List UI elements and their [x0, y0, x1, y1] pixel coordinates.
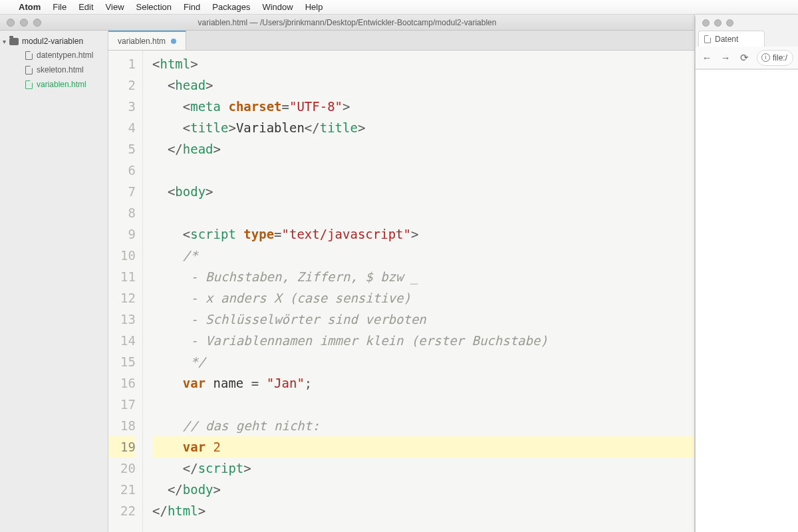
- code-line[interactable]: </html>: [152, 500, 694, 521]
- zoom-window-button[interactable]: [33, 19, 41, 27]
- tree-file-label: skeleton.html: [37, 65, 84, 74]
- code-line[interactable]: [152, 202, 694, 223]
- browser-window-controls: [696, 15, 798, 29]
- address-bar[interactable]: i file:/: [757, 50, 793, 66]
- editor-pane: variablen.htm 12345678910111213141516171…: [108, 31, 694, 532]
- tree-file-label: variablen.html: [37, 80, 86, 89]
- browser-close-button[interactable]: [702, 19, 710, 27]
- code-area[interactable]: <html> <head> <meta charset="UTF-8"> <ti…: [143, 51, 694, 532]
- menu-edit[interactable]: Edit: [78, 2, 93, 12]
- browser-tab[interactable]: Datent: [698, 31, 765, 47]
- code-line[interactable]: */: [152, 351, 694, 372]
- code-line[interactable]: - Schlüsselwörter sind verboten: [152, 309, 694, 330]
- tree-file-label: datentypen.html: [37, 51, 93, 60]
- back-button[interactable]: ←: [701, 52, 713, 63]
- menu-window[interactable]: Window: [262, 2, 293, 12]
- tab-modified-indicator-icon: [171, 39, 176, 44]
- tree-view[interactable]: ▾ modul2-variablen datentypen.htmlskelet…: [0, 31, 108, 532]
- code-line[interactable]: var name = "Jan";: [152, 372, 694, 394]
- folder-icon: [9, 38, 19, 45]
- code-line[interactable]: // das geht nicht:: [152, 415, 694, 436]
- line-number-gutter[interactable]: 12345678910111213141516171819202122: [108, 51, 143, 532]
- code-line[interactable]: </script>: [152, 458, 694, 479]
- document-icon: [704, 35, 711, 43]
- tree-file[interactable]: skeleton.html: [0, 63, 108, 77]
- tree-file[interactable]: variablen.html: [0, 77, 108, 92]
- code-line[interactable]: [152, 394, 694, 415]
- reload-button[interactable]: ⟳: [738, 52, 750, 64]
- browser-tab-label: Datent: [715, 35, 738, 44]
- mac-menubar[interactable]: Atom File Edit View Selection Find Packa…: [0, 0, 798, 15]
- code-line[interactable]: <html>: [152, 53, 694, 74]
- project-root[interactable]: ▾ modul2-variablen: [0, 35, 108, 48]
- code-line[interactable]: </head>: [152, 138, 694, 160]
- tree-file[interactable]: datentypen.html: [0, 48, 108, 63]
- menu-file[interactable]: File: [53, 2, 66, 12]
- code-line[interactable]: <meta charset="UTF-8">: [152, 96, 694, 117]
- tab-bar[interactable]: variablen.htm: [108, 31, 694, 51]
- menu-help[interactable]: Help: [305, 2, 323, 12]
- menu-view[interactable]: View: [106, 2, 124, 12]
- code-line[interactable]: <head>: [152, 74, 694, 96]
- browser-window: Datent ← → ⟳ i file:/: [695, 15, 798, 532]
- disclosure-triangle-icon[interactable]: ▾: [3, 38, 6, 45]
- browser-minimize-button[interactable]: [714, 19, 722, 27]
- close-window-button[interactable]: [7, 19, 15, 27]
- file-icon: [25, 66, 33, 74]
- file-icon: [25, 80, 33, 89]
- window-title: variablen.html — /Users/jbrinkmann/Deskt…: [0, 18, 694, 27]
- window-titlebar[interactable]: variablen.html — /Users/jbrinkmann/Deskt…: [0, 15, 694, 31]
- project-root-label: modul2-variablen: [22, 37, 83, 46]
- code-line[interactable]: - Variablennamen immer klein (erster Buc…: [152, 330, 694, 351]
- menu-selection[interactable]: Selection: [136, 2, 172, 12]
- atom-window: variablen.html — /Users/jbrinkmann/Deskt…: [0, 15, 695, 532]
- site-info-icon[interactable]: i: [761, 53, 770, 62]
- editor-tab-active[interactable]: variablen.htm: [108, 31, 186, 50]
- address-bar-text: file:/: [773, 53, 787, 63]
- menu-packages[interactable]: Packages: [212, 2, 250, 12]
- browser-chrome: Datent ← → ⟳ i file:/: [696, 15, 798, 70]
- window-controls: [0, 19, 41, 27]
- code-line[interactable]: </body>: [152, 479, 694, 500]
- code-line[interactable]: - x anders X (case sensitive): [152, 287, 694, 309]
- browser-toolbar: ← → ⟳ i file:/: [696, 47, 798, 69]
- tab-label: variablen.htm: [118, 37, 166, 46]
- minimize-window-button[interactable]: [20, 19, 28, 27]
- text-editor[interactable]: 12345678910111213141516171819202122 <htm…: [108, 51, 694, 532]
- code-line[interactable]: var 2: [152, 436, 694, 458]
- file-icon: [25, 51, 33, 60]
- code-line[interactable]: <script type="text/javascript">: [152, 223, 694, 245]
- code-line[interactable]: <body>: [152, 181, 694, 202]
- code-line[interactable]: [152, 160, 694, 181]
- code-line[interactable]: - Buchstaben, Ziffern, $ bzw _: [152, 266, 694, 287]
- forward-button[interactable]: →: [720, 52, 732, 63]
- code-line[interactable]: /*: [152, 245, 694, 266]
- menu-app-name[interactable]: Atom: [19, 2, 41, 12]
- browser-zoom-button[interactable]: [726, 19, 733, 27]
- menu-find[interactable]: Find: [184, 2, 200, 12]
- code-line[interactable]: <title>Variablen</title>: [152, 117, 694, 138]
